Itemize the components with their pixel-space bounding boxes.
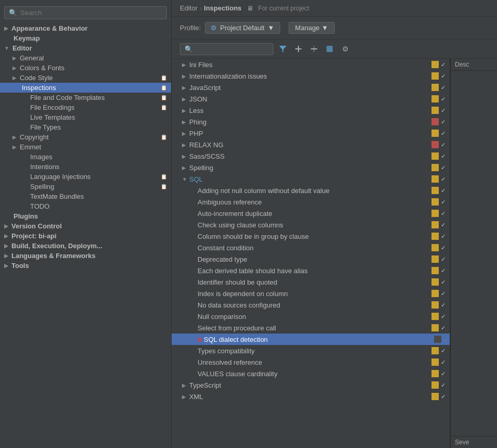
filter-button[interactable] (277, 43, 289, 55)
check-icon[interactable]: ✓ (441, 359, 446, 366)
inspection-item[interactable]: Types compatibility ✓ (172, 345, 450, 356)
sidebar-item-tools[interactable]: ▶Tools (0, 261, 171, 271)
sidebar-item-file-code-templates[interactable]: File and Code Templates📋 (0, 93, 171, 103)
sidebar-item-project-bi-api[interactable]: ▶Project: bi-api (0, 231, 171, 241)
inspections-search-input[interactable] (195, 45, 269, 53)
category-typescript[interactable]: ▶ TypeScript ✓ (172, 379, 450, 391)
sidebar-item-appearance[interactable]: ▶Appearance & Behavior (0, 23, 171, 33)
category-i18n[interactable]: ▶ Internationalization issues ✓ (172, 70, 450, 82)
check-icon[interactable]: ✓ (441, 107, 446, 114)
category-ini-files[interactable]: ▶ Ini Files ✓ (172, 59, 450, 70)
severity-header: Seve (451, 436, 497, 448)
check-icon[interactable]: ✓ (441, 267, 446, 274)
sidebar-item-keymap[interactable]: Keymap (0, 33, 171, 43)
sidebar-search-input[interactable] (20, 9, 162, 17)
check-icon[interactable]: ✓ (441, 187, 446, 194)
inspection-item[interactable]: Auto-increment duplicate ✓ (172, 208, 450, 219)
sidebar-item-version-control[interactable]: ▶Version Control (0, 221, 171, 231)
sidebar-item-live-templates[interactable]: Live Templates (0, 112, 171, 122)
sidebar-item-inspections[interactable]: Inspections📋 (0, 83, 171, 93)
collapse-all-button[interactable] (308, 43, 320, 55)
sidebar-item-general[interactable]: ▶General (0, 53, 171, 63)
inspection-item[interactable]: VALUES clause cardinality ✓ (172, 368, 450, 379)
check-icon[interactable]: ✓ (441, 84, 446, 91)
sidebar-item-todo[interactable]: TODO (0, 201, 171, 211)
check-icon[interactable]: ✓ (441, 130, 446, 137)
check-icon[interactable]: ✓ (441, 96, 446, 103)
category-sass-scss[interactable]: ▶ Sass/SCSS ✓ (172, 150, 450, 162)
check-icon[interactable]: ✓ (441, 119, 446, 125)
sidebar-item-languages-frameworks[interactable]: ▶Languages & Frameworks (0, 251, 171, 261)
inspection-item[interactable]: Deprecated type ✓ (172, 253, 450, 265)
category-json[interactable]: ▶ JSON ✓ (172, 93, 450, 105)
profile-bar: Profile: ⚙ Project Default ▼ Manage ▼ (172, 17, 497, 40)
sidebar-item-file-encodings[interactable]: File Encodings📋 (0, 103, 171, 112)
inspection-item[interactable]: Select from procedure call ✓ (172, 322, 450, 334)
category-label: Less (189, 107, 431, 114)
check-icon[interactable]: ✓ (441, 290, 446, 297)
check-icon[interactable]: ✓ (441, 222, 446, 228)
sidebar-item-images[interactable]: Images (0, 152, 171, 162)
check-icon[interactable]: ✓ (441, 382, 446, 389)
category-less[interactable]: ▶ Less ✓ (172, 105, 450, 116)
check-icon[interactable]: ✓ (441, 199, 446, 206)
check-icon[interactable]: ✓ (441, 153, 446, 160)
category-xml[interactable]: ▶ XML ✓ (172, 391, 450, 402)
inspection-item[interactable]: Null comparison ✓ (172, 311, 450, 322)
sidebar-item-build-execution[interactable]: ▶Build, Execution, Deploym... (0, 241, 171, 251)
inspection-item[interactable]: Constant condition ✓ (172, 242, 450, 253)
sidebar-search-box[interactable]: 🔍 (4, 6, 167, 19)
category-spelling[interactable]: ▶ Spelling ✓ (172, 162, 450, 173)
check-icon[interactable]: ✓ (441, 142, 446, 148)
category-sql[interactable]: ▼ SQL ✓ (172, 173, 450, 185)
check-icon[interactable]: ✓ (441, 61, 446, 68)
check-icon[interactable]: ✓ (441, 302, 446, 309)
sidebar-item-code-style[interactable]: ▶Code Style📋 (0, 73, 171, 83)
sidebar-item-copyright[interactable]: ▶Copyright📋 (0, 132, 171, 142)
sidebar-item-editor[interactable]: ▼Editor (0, 43, 171, 53)
check-icon[interactable]: ✓ (441, 73, 446, 80)
check-icon[interactable]: ✓ (441, 164, 446, 171)
manage-button[interactable]: Manage ▼ (289, 22, 335, 34)
inspection-item[interactable]: Adding not null column without default v… (172, 185, 450, 196)
category-javascript[interactable]: ▶ JavaScript ✓ (172, 82, 450, 93)
category-relax-ng[interactable]: ▶ RELAX NG ✓ (172, 139, 450, 150)
profile-dropdown[interactable]: ⚙ Project Default ▼ (205, 22, 280, 34)
sidebar-item-spelling[interactable]: Spelling📋 (0, 182, 171, 191)
check-icon[interactable]: ✓ (441, 210, 446, 217)
inspection-item[interactable]: No data sources configured ✓ (172, 299, 450, 311)
expand-all-button[interactable] (292, 43, 305, 55)
check-icon[interactable]: - (443, 336, 446, 342)
category-phing[interactable]: ▶ Phing ✓ (172, 116, 450, 127)
check-icon[interactable]: ✓ (441, 393, 446, 400)
check-icon[interactable]: ✓ (441, 256, 446, 263)
sidebar-item-emmet[interactable]: ▶Emmet (0, 142, 171, 152)
inspection-item[interactable]: Identifier should be quoted ✓ (172, 276, 450, 288)
check-icon[interactable]: ✓ (441, 176, 446, 183)
category-php[interactable]: ▶ PHP ✓ (172, 127, 450, 139)
check-icon[interactable]: ✓ (441, 348, 446, 354)
settings-button[interactable]: ⚙ (339, 43, 351, 55)
inspections-search-box[interactable]: 🔍 (180, 43, 273, 55)
inspection-item[interactable]: SQL dialect detection - (172, 334, 450, 345)
inspection-item[interactable]: Unresolved reference ✓ (172, 356, 450, 368)
inspection-item[interactable]: Each derived table should have alias ✓ (172, 265, 450, 276)
sidebar-item-textmate-bundles[interactable]: TextMate Bundles (0, 191, 171, 201)
reset-button[interactable] (323, 43, 336, 55)
inspection-item[interactable]: Column should be in group by clause ✓ (172, 231, 450, 242)
check-icon[interactable]: ✓ (441, 233, 446, 240)
check-icon[interactable]: ✓ (441, 325, 446, 331)
sidebar-item-intentions[interactable]: Intentions (0, 162, 171, 172)
inspection-item[interactable]: Index is dependent on column ✓ (172, 288, 450, 299)
check-icon[interactable]: ✓ (441, 313, 446, 320)
inspection-label: Types compatibility (198, 347, 431, 355)
inspection-item[interactable]: Check using clause columns ✓ (172, 219, 450, 231)
check-icon[interactable]: ✓ (441, 370, 446, 377)
inspection-item[interactable]: Ambiguous reference ✓ (172, 196, 450, 208)
sidebar-item-colors-fonts[interactable]: ▶Colors & Fonts (0, 63, 171, 73)
sidebar-item-file-types[interactable]: File Types (0, 122, 171, 132)
sidebar-item-language-injections[interactable]: Language Injections📋 (0, 172, 171, 182)
check-icon[interactable]: ✓ (441, 245, 446, 251)
sidebar-item-plugins[interactable]: Plugins (0, 211, 171, 221)
check-icon[interactable]: ✓ (441, 279, 446, 286)
